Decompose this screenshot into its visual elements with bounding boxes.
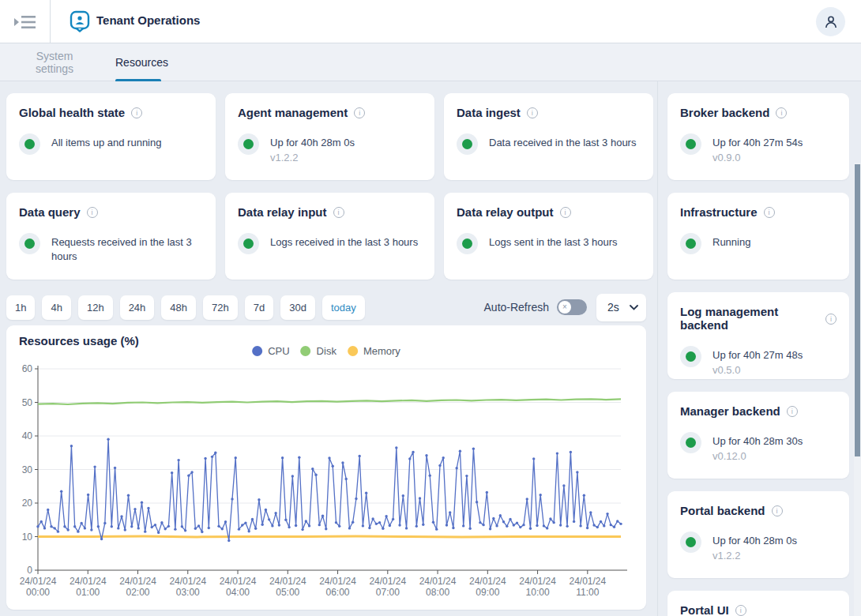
- status-text: Logs sent in the last 3 hours: [489, 235, 618, 250]
- legend-item-memory[interactable]: Memory: [348, 345, 400, 357]
- legend-label: Disk: [317, 345, 337, 357]
- time-range-1h[interactable]: 1h: [6, 295, 35, 320]
- svg-text:50: 50: [22, 397, 33, 408]
- tab-resources[interactable]: Resources: [115, 43, 161, 81]
- svg-text:10:00: 10:00: [526, 587, 550, 598]
- svg-text:24/01/24: 24/01/24: [369, 576, 406, 587]
- legend-label: Memory: [363, 345, 400, 357]
- status-text: Up for 40h 28m 30s: [712, 434, 803, 449]
- legend-dot: [348, 346, 358, 356]
- svg-text:24/01/24: 24/01/24: [220, 576, 257, 587]
- status-card: Portal UI i: [667, 591, 849, 616]
- svg-text:24/01/24: 24/01/24: [419, 576, 457, 587]
- card-title: Log management backend: [680, 305, 819, 332]
- legend-item-disk[interactable]: Disk: [301, 345, 337, 357]
- refresh-interval-value: 2s: [607, 301, 619, 314]
- status-card: Infrastructure i Running: [667, 193, 849, 280]
- info-icon[interactable]: i: [735, 605, 746, 616]
- version-text: v0.5.0: [712, 364, 803, 376]
- svg-text:24/01/24: 24/01/24: [119, 576, 156, 587]
- card-title: Global health state: [19, 106, 125, 119]
- auto-refresh-toggle[interactable]: ×: [557, 299, 587, 315]
- card-title: Manager backend: [680, 404, 780, 418]
- card-title: Infrastructure: [680, 205, 758, 219]
- info-icon[interactable]: i: [772, 505, 783, 516]
- time-range-7d[interactable]: 7d: [245, 295, 273, 320]
- info-icon[interactable]: i: [764, 207, 775, 218]
- scrollbar-thumb[interactable]: [855, 164, 860, 456]
- chart-legend: CPU Disk Memory: [252, 345, 400, 357]
- svg-text:24/01/24: 24/01/24: [169, 576, 206, 587]
- info-icon[interactable]: i: [776, 107, 787, 118]
- time-range-72h[interactable]: 72h: [203, 295, 238, 320]
- time-range-12h[interactable]: 12h: [78, 295, 113, 320]
- tenant-badge-icon: [70, 10, 90, 32]
- svg-text:0: 0: [27, 565, 32, 576]
- status-text: Requests received in the last 3 hours: [51, 235, 203, 264]
- toggle-knob-icon: ×: [558, 301, 571, 314]
- resources-usage-chart: 010203040506024/01/2400:0024/01/2401:002…: [6, 363, 646, 610]
- header-divider: [50, 0, 51, 43]
- status-card: Data relay input i Logs received in the …: [225, 193, 434, 280]
- info-icon[interactable]: i: [87, 207, 98, 218]
- user-avatar-button[interactable]: [816, 7, 845, 36]
- status-indicator: [680, 133, 701, 155]
- info-icon[interactable]: i: [560, 207, 571, 218]
- svg-text:05:00: 05:00: [276, 587, 299, 598]
- version-text: v0.12.0: [712, 450, 803, 462]
- svg-text:24/01/24: 24/01/24: [519, 576, 556, 587]
- card-title: Portal UI: [680, 603, 729, 616]
- status-indicator: [19, 233, 40, 254]
- card-title: Agent management: [238, 106, 348, 119]
- time-range-today[interactable]: today: [322, 295, 365, 320]
- card-title: Data relay output: [457, 205, 554, 219]
- svg-text:07:00: 07:00: [376, 587, 400, 598]
- tab-system-settings[interactable]: System settings: [18, 43, 91, 81]
- info-icon[interactable]: i: [131, 107, 142, 118]
- svg-text:40: 40: [22, 430, 33, 441]
- status-indicator: [680, 233, 701, 254]
- svg-text:24/01/24: 24/01/24: [569, 576, 606, 587]
- time-range-24h[interactable]: 24h: [120, 295, 155, 320]
- info-icon[interactable]: i: [787, 406, 798, 417]
- menu-unfold-icon: [11, 12, 38, 32]
- status-card: Data relay output i Logs sent in the las…: [444, 193, 653, 280]
- card-title: Portal backend: [680, 504, 765, 517]
- status-text: All items up and running: [51, 136, 161, 150]
- version-text: v0.9.0: [712, 152, 803, 163]
- card-title: Data relay input: [238, 205, 327, 219]
- refresh-interval-select[interactable]: 2s: [596, 294, 646, 321]
- status-card: Data query i Requests received in the la…: [6, 193, 216, 280]
- status-indicator: [238, 133, 259, 155]
- resources-usage-chart-card: Resources usage (%) CPU Disk Memory 0102…: [6, 325, 646, 610]
- card-title: Broker backend: [680, 106, 769, 119]
- time-range-4h[interactable]: 4h: [42, 295, 70, 320]
- time-range-48h[interactable]: 48h: [161, 295, 196, 320]
- sidebar-toggle-button[interactable]: [11, 12, 38, 32]
- svg-text:60: 60: [22, 363, 33, 374]
- content-area: Global health state i All items up and r…: [0, 81, 861, 616]
- svg-text:09:00: 09:00: [476, 587, 499, 598]
- info-icon[interactable]: i: [527, 107, 538, 118]
- legend-item-cpu[interactable]: CPU: [252, 345, 289, 357]
- info-icon[interactable]: i: [333, 207, 344, 218]
- info-icon[interactable]: i: [825, 314, 837, 325]
- version-text: v1.2.2: [270, 152, 355, 163]
- svg-text:30: 30: [22, 464, 33, 475]
- legend-label: CPU: [268, 345, 289, 357]
- status-indicator: [680, 432, 701, 453]
- card-title: Data query: [19, 205, 81, 219]
- legend-dot: [252, 346, 262, 356]
- status-indicator: [680, 531, 701, 553]
- svg-text:24/01/24: 24/01/24: [70, 576, 107, 587]
- status-text: Data received in the last 3 hours: [489, 136, 636, 150]
- app-header: Tenant Operations: [0, 0, 861, 43]
- card-title: Data ingest: [457, 106, 521, 119]
- version-text: v1.2.2: [712, 550, 797, 562]
- status-indicator: [680, 346, 701, 367]
- status-card: Log management backend i Up for 40h 27m …: [667, 292, 849, 379]
- time-range-30d[interactable]: 30d: [280, 295, 315, 320]
- tab-bar: System settings Resources: [0, 43, 861, 81]
- status-indicator: [457, 133, 478, 155]
- info-icon[interactable]: i: [354, 107, 365, 118]
